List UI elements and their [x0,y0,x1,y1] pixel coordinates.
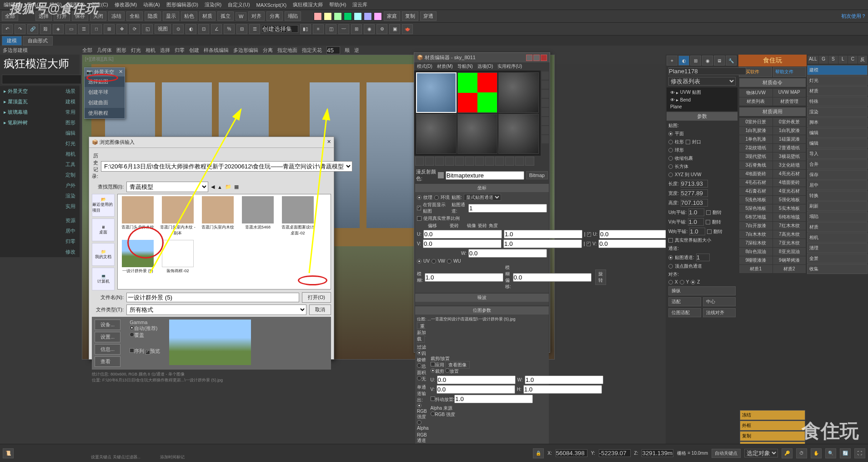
mat-side-4[interactable] [542,99,549,107]
matlib-12-1[interactable]: 7红木木纹 [773,222,806,230]
history-select[interactable]: F:\20年6月13日后\食住玩大师操作教程更新于20200612\食住玩——青… [101,161,352,172]
menu-graph[interactable]: 图形编辑器(D) [166,1,198,8]
mat-slot-5[interactable] [457,114,498,154]
map-channel-select[interactable]: 显式贴图通道 [464,194,501,201]
file-item-4[interactable]: 青蔬桌面图案设计桌面-02 [280,196,316,236]
color-3[interactable] [334,12,342,20]
matlib-4-1[interactable]: 3横花壁纸 [773,152,806,161]
nav-orbit-icon[interactable]: 🔄 [840,448,851,458]
matlib-16-1[interactable]: 9钢琴烤漆 [773,256,806,264]
realworld-mod-chk[interactable] [668,238,673,243]
window-cross-icon[interactable]: ⊞ [104,24,115,34]
uv-radio[interactable] [417,259,421,264]
cat-glass[interactable]: ▸ 玻璃幕墙 [0,107,61,117]
open-button[interactable]: 打开(O) [302,292,331,303]
w-angle[interactable] [468,249,547,258]
render-icon[interactable]: 🫖 [402,24,413,34]
pyra-radio[interactable] [417,350,421,355]
cb1-1[interactable]: 几何体 [97,47,112,54]
mat-side-7[interactable] [542,126,549,134]
bitmap-path[interactable]: 位图: ...一青蔬空间设计\青蔬模型\一设计群外景 (5).jpg [417,316,516,322]
curve-editor-icon[interactable]: 〰 [338,24,349,34]
texture-radio[interactable] [417,195,421,200]
matmgr-btn[interactable]: 材质管理 [773,97,806,106]
stack-bend[interactable]: 👁 ▸ Bend [667,96,737,103]
manip-icon[interactable]: ◐ [186,24,196,34]
cmdbtn-10[interactable]: 保存 [807,170,868,180]
cmdbtn-13[interactable]: 刷新 [807,201,868,211]
cancel-button[interactable]: 取消 [309,305,331,315]
popup-create-hemi[interactable]: 创建半球 [85,87,125,97]
file-item-0[interactable]: 青蔬门头户外木纹 [120,196,156,236]
mat-slot-4[interactable] [416,114,457,154]
refcoord-dropdown[interactable]: 视图 [155,24,171,34]
tb2-9[interactable]: 材质 [199,11,216,21]
coord-header[interactable]: 坐标 [415,184,549,192]
tag-resource[interactable]: 资源 [61,215,80,226]
crop-u[interactable] [437,376,516,384]
scale-icon[interactable]: ◱ [142,24,153,34]
tb2-11[interactable]: W [236,12,246,20]
color-6[interactable] [364,12,372,20]
matlib-8-0[interactable]: 4石膏石材 [739,187,773,195]
mapch-radio[interactable] [668,255,673,260]
matlib-3-1[interactable]: 2普通墙纸 [773,144,806,152]
menu-maxscript[interactable]: MAXScript(X) [256,2,287,8]
matlib-0-1[interactable]: 0室外夜景 [773,118,806,126]
cmdbtn-5[interactable]: 脚本 [807,117,868,127]
matwin-min-icon[interactable] [526,55,532,61]
scope-select[interactable]: 青蔬模型 [126,182,208,192]
back-icon[interactable]: ◀ [211,184,215,190]
file-item-2[interactable]: 青蔬门头室内木纹 [200,196,236,236]
tag-edit[interactable]: 编辑 [61,128,80,138]
mat-side-1[interactable] [542,71,549,80]
rotate-btn[interactable]: 旋转 [595,269,606,285]
cmdbtn-7[interactable]: 编辑 [807,138,868,148]
map-planar[interactable] [668,132,673,136]
u-tile[interactable] [504,230,582,239]
menu-customize[interactable]: 自定义(U) [228,1,250,8]
search-input[interactable] [2,75,81,84]
device-btn[interactable]: 设备... [95,320,120,330]
pivot-icon[interactable]: ⊙ [173,24,184,34]
mat-tool-get[interactable] [415,157,424,166]
cmdbtn-9[interactable]: 合并 [807,159,868,169]
apply-chk[interactable] [431,362,435,366]
u-offset[interactable] [423,230,502,239]
matmenu-mode[interactable]: 模式(D) [417,63,432,70]
cmdbtn-3[interactable]: 特殊 [807,96,868,107]
view-btn[interactable]: 查看 [95,356,120,367]
params-header[interactable]: 参数 [667,112,738,121]
select-name-icon[interactable]: ☰ [78,24,89,34]
cat-tree[interactable]: ▸ 笔刷种树 [0,117,61,128]
v-tile[interactable] [503,239,582,248]
help-btn[interactable]: 帮助文件 [773,67,806,77]
matlib-2-0[interactable]: 1单色乳漆 [739,135,773,143]
map-sphere[interactable] [668,148,673,152]
wtile-input[interactable] [689,228,705,235]
stack-uvw[interactable]: 👁 ▸ UVW 贴图 [667,88,737,96]
vw-radio[interactable] [431,259,436,264]
cmdbtn-17[interactable]: 清理 [807,243,868,253]
matlib-10-1[interactable]: 5实木地板 [773,204,806,213]
matwin-max-icon[interactable] [533,55,540,61]
freeze-btn[interactable]: 冻结 [740,410,805,420]
width-input[interactable] [681,189,708,197]
cb1-cw[interactable]: 顺 [345,47,350,54]
mat-tool-sibling[interactable] [525,157,534,166]
tb2-6[interactable]: 隐质 [145,11,161,21]
vtxcol-radio[interactable] [668,264,673,269]
z-coord[interactable] [642,449,673,457]
undo-icon[interactable]: ↶ [2,24,13,34]
copy-btn[interactable]: 复制 [740,431,805,441]
percent-snap-icon[interactable]: % [224,24,235,34]
cmdbtn-18[interactable]: 全景 [807,254,868,264]
realworld-chk[interactable] [417,216,421,221]
cmdbtn-14[interactable]: 塌陷 [807,212,868,222]
tb2-13[interactable]: 分离 [266,11,283,21]
filename-input[interactable] [126,293,299,302]
env-radio[interactable] [434,195,439,200]
spinner-snap-icon[interactable]: ⊟ [236,24,247,34]
matlib-15-1[interactable]: 8亚光混油 [773,248,806,256]
named-selset-input[interactable] [262,25,298,33]
